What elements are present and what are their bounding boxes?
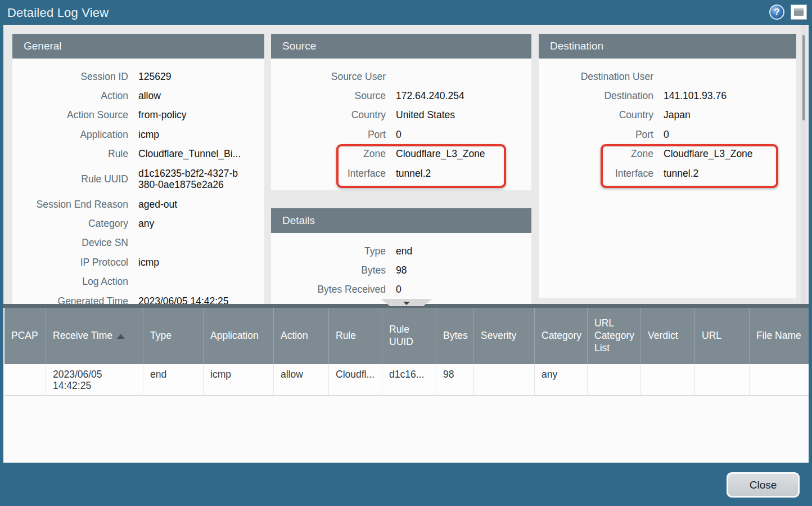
field-action-source: Action Source from-policy bbox=[12, 106, 264, 125]
field-label: Rule bbox=[12, 148, 128, 160]
source-panel-title: Source bbox=[271, 34, 531, 59]
field-label: Log Action bbox=[12, 276, 128, 288]
cell-application: icmp bbox=[204, 364, 274, 395]
field-value: tunnel.2 bbox=[664, 168, 698, 180]
column-header-bytes[interactable]: Bytes bbox=[436, 308, 474, 364]
field-value: Cloudflare_L3_Zone bbox=[664, 148, 753, 160]
field-value: Japan bbox=[664, 109, 691, 121]
field-destination-address: Destination 141.101.93.76 bbox=[539, 86, 796, 105]
cell-rule: Cloudfl... bbox=[329, 364, 382, 395]
field-category: Category any bbox=[12, 214, 264, 233]
general-panel-title: General bbox=[12, 34, 264, 59]
table-row[interactable]: 2023/06/05 14:42:25 end icmp allow Cloud… bbox=[4, 364, 809, 396]
window-restore-icon-glyph bbox=[794, 8, 804, 16]
field-value: 0 bbox=[396, 284, 402, 295]
window-restore-icon[interactable] bbox=[791, 5, 806, 19]
column-header-rule[interactable]: Rule bbox=[329, 308, 382, 364]
field-value: from-policy bbox=[138, 109, 187, 121]
field-type: Type end bbox=[271, 241, 531, 261]
field-label: Interface bbox=[539, 168, 653, 180]
cell-action: allow bbox=[274, 364, 329, 395]
dialog-title: Detailed Log View bbox=[7, 6, 109, 20]
help-icon[interactable]: ? bbox=[769, 5, 784, 20]
cell-file-name bbox=[750, 364, 808, 395]
column-header-action[interactable]: Action bbox=[274, 308, 329, 364]
field-value: icmp bbox=[138, 257, 159, 268]
field-rule-uuid: Rule UUID d1c16235-b2f2-4327-b380-0ae187… bbox=[12, 164, 264, 195]
details-panel-title: Details bbox=[271, 208, 531, 233]
field-label: Type bbox=[271, 245, 386, 257]
field-bytes: Bytes 98 bbox=[271, 261, 531, 280]
field-session-id: Session ID 125629 bbox=[12, 67, 264, 86]
field-label: Category bbox=[12, 218, 128, 230]
field-label: Device SN bbox=[12, 237, 128, 249]
panels-scrollbar-thumb[interactable] bbox=[802, 35, 805, 120]
sort-ascending-icon bbox=[117, 334, 125, 339]
field-value: 125629 bbox=[138, 71, 171, 83]
log-table: PCAP Receive Time Type Application Actio… bbox=[3, 304, 809, 463]
field-destination-country: Country Japan bbox=[539, 106, 796, 125]
field-value: d1c16235-b2f2-4327-b380-0ae1875e2a26 bbox=[138, 168, 238, 191]
field-session-end-reason: Session End Reason aged-out bbox=[12, 195, 264, 214]
field-value: aged-out bbox=[138, 199, 177, 211]
panels-scrollbar-track[interactable] bbox=[801, 25, 806, 304]
field-label: Bytes bbox=[271, 265, 386, 276]
field-source-interface: Interface tunnel.2 bbox=[271, 164, 531, 183]
field-label: Action Source bbox=[12, 109, 128, 121]
field-label: Application bbox=[12, 129, 128, 141]
column-header-url-category-list[interactable]: URL Category List bbox=[588, 308, 641, 364]
destination-panel: Destination Destination User Destination… bbox=[539, 34, 796, 298]
field-value: United States bbox=[396, 109, 455, 121]
column-header-verdict[interactable]: Verdict bbox=[641, 308, 695, 364]
field-label: Country bbox=[271, 109, 386, 121]
field-label: Session End Reason bbox=[12, 199, 128, 211]
field-destination-zone: Zone Cloudflare_L3_Zone bbox=[539, 145, 796, 164]
field-label: IP Protocol bbox=[12, 257, 128, 268]
field-value: 141.101.93.76 bbox=[664, 90, 727, 102]
field-label: Port bbox=[539, 129, 653, 141]
column-header-category[interactable]: Category bbox=[535, 308, 588, 364]
field-label: Destination bbox=[539, 90, 653, 102]
field-label: Source User bbox=[271, 71, 386, 83]
field-label: Generated Time bbox=[12, 295, 128, 304]
field-label: Interface bbox=[271, 168, 386, 180]
field-label: Destination User bbox=[539, 71, 653, 83]
cell-type: end bbox=[143, 364, 204, 395]
cell-verdict bbox=[641, 364, 695, 395]
column-header-url[interactable]: URL bbox=[695, 308, 750, 364]
field-value: any bbox=[138, 218, 154, 230]
field-label: Zone bbox=[271, 148, 386, 160]
column-header-rule-uuid[interactable]: Rule UUID bbox=[382, 308, 436, 364]
field-value: 2023/06/05 14:42:25 bbox=[138, 295, 229, 304]
close-button[interactable]: Close bbox=[727, 472, 800, 498]
dialog-titlebar: Detailed Log View ? bbox=[0, 0, 812, 25]
column-header-severity[interactable]: Severity bbox=[474, 308, 535, 364]
source-panel: Source Source User Source 172.64.240.254… bbox=[271, 34, 531, 190]
cell-severity bbox=[474, 364, 535, 395]
field-label: Session ID bbox=[12, 71, 128, 83]
general-panel: General Session ID 125629 Action allow A… bbox=[12, 34, 264, 304]
cell-pcap bbox=[4, 364, 46, 395]
field-destination-user: Destination User bbox=[539, 67, 796, 86]
cell-category: any bbox=[535, 364, 588, 395]
field-source-user: Source User bbox=[271, 67, 531, 86]
field-value: end bbox=[396, 245, 412, 257]
field-source-zone: Zone Cloudflare_L3_Zone bbox=[271, 145, 531, 164]
column-header-file-name[interactable]: File Name bbox=[750, 308, 808, 364]
field-label: Action bbox=[12, 90, 128, 102]
field-value: allow bbox=[138, 90, 161, 102]
field-source-address: Source 172.64.240.254 bbox=[271, 86, 531, 105]
field-log-action: Log Action bbox=[12, 272, 264, 292]
cell-rule-uuid: d1c16... bbox=[382, 364, 436, 395]
field-value: 98 bbox=[396, 265, 407, 276]
field-label: Zone bbox=[539, 148, 653, 160]
destination-panel-title: Destination bbox=[539, 34, 796, 59]
field-ip-protocol: IP Protocol icmp bbox=[12, 253, 264, 272]
column-header-pcap[interactable]: PCAP bbox=[4, 308, 46, 364]
field-value: tunnel.2 bbox=[396, 168, 431, 180]
field-generated-time: Generated Time 2023/06/05 14:42:25 bbox=[12, 292, 264, 304]
column-header-receive-time[interactable]: Receive Time bbox=[46, 308, 143, 364]
column-header-type[interactable]: Type bbox=[143, 308, 204, 364]
field-label: Port bbox=[271, 129, 386, 141]
column-header-application[interactable]: Application bbox=[204, 308, 274, 364]
